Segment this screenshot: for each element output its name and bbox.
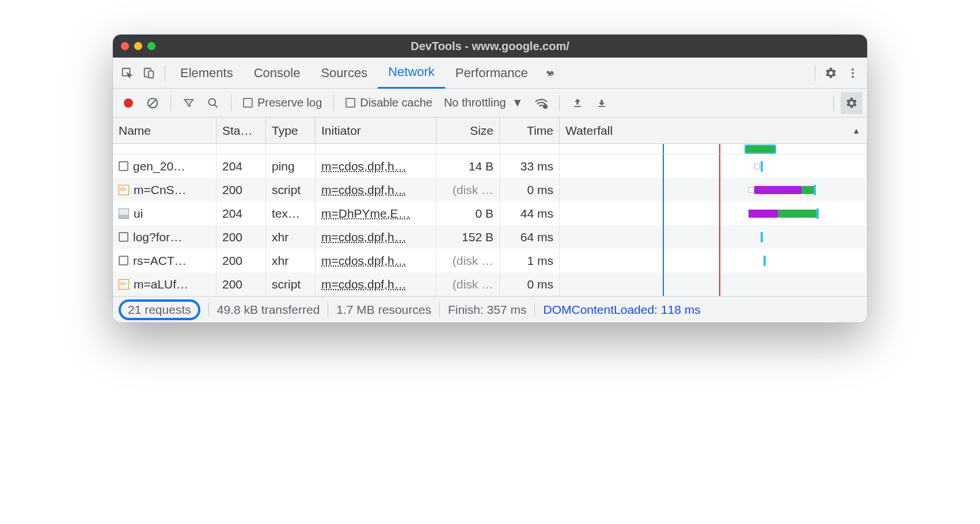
- initiator-link[interactable]: m=cdos,dpf,h…: [321, 278, 407, 291]
- request-time: 44 ms: [521, 207, 553, 221]
- svg-point-9: [209, 98, 216, 105]
- request-name: rs=ACT…: [133, 254, 187, 268]
- waterfall-cell: [565, 272, 861, 296]
- svg-line-8: [149, 99, 157, 107]
- document-file-icon: [119, 161, 128, 171]
- upload-har-icon[interactable]: [567, 92, 588, 114]
- titlebar: DevTools - www.google.com/: [113, 35, 867, 58]
- document-file-icon: [119, 256, 128, 265]
- throttling-select[interactable]: No throttling ▼: [439, 96, 528, 109]
- record-button[interactable]: [117, 92, 139, 114]
- table-row[interactable]: m=CnS…200scriptm=cdos,dpf,h…(disk …0 ms: [113, 178, 867, 202]
- document-file-icon: [119, 232, 128, 242]
- col-waterfall-label: Waterfall: [565, 124, 613, 138]
- col-waterfall[interactable]: Waterfall ▲: [560, 117, 867, 143]
- divider: [165, 65, 165, 81]
- search-icon[interactable]: [202, 92, 224, 114]
- status-code: 200: [222, 278, 242, 291]
- sort-indicator-icon: ▲: [852, 126, 860, 135]
- waterfall-cell: [565, 154, 861, 178]
- divider: [231, 95, 231, 111]
- initiator-link[interactable]: m=DhPYme,E…: [321, 207, 411, 221]
- status-code: 200: [222, 230, 242, 244]
- initiator-link[interactable]: m=cdos,dpf,h…: [321, 183, 407, 197]
- chevron-down-icon: ▼: [512, 96, 523, 109]
- request-type: xhr: [272, 230, 288, 244]
- clear-button[interactable]: [142, 92, 164, 114]
- col-name[interactable]: Name: [113, 117, 216, 143]
- tab-performance[interactable]: Performance: [445, 58, 538, 89]
- status-code: 204: [222, 160, 242, 173]
- request-size: (disk …: [453, 278, 493, 291]
- request-time: 64 ms: [521, 230, 553, 244]
- inspect-element-icon[interactable]: [116, 62, 138, 84]
- table-rows: gen_20…204pingm=cdos,dpf,h…14 B33 msm=Cn…: [113, 154, 867, 296]
- table-row[interactable]: m=aLUf…200scriptm=cdos,dpf,h…(disk …0 ms: [113, 272, 867, 296]
- filter-icon[interactable]: [178, 92, 200, 114]
- svg-rect-13: [598, 106, 605, 107]
- tab-sources[interactable]: Sources: [310, 58, 378, 89]
- request-size: (disk …: [453, 183, 493, 197]
- col-status[interactable]: Sta…: [216, 117, 266, 143]
- status-code: 200: [222, 254, 242, 268]
- request-size: 14 B: [469, 160, 493, 173]
- disable-cache-label: Disable cache: [360, 96, 432, 109]
- request-size: 0 B: [475, 207, 493, 221]
- transferred-size: 49.8 kB transferred: [217, 303, 320, 317]
- divider: [208, 302, 209, 317]
- table-row[interactable]: ui204tex…m=DhPYme,E…0 B44 ms: [113, 202, 867, 225]
- request-time: 0 ms: [527, 278, 553, 291]
- initiator-link[interactable]: m=cdos,dpf,h…: [321, 230, 407, 244]
- resources-size: 1.7 MB resources: [336, 303, 431, 317]
- waterfall-cell: [565, 249, 861, 272]
- main-tabbar: Elements Console Sources Network Perform…: [113, 58, 867, 89]
- network-table: Name Sta… Type Initiator Size Time Water…: [113, 117, 867, 296]
- divider: [534, 302, 535, 317]
- status-bar: 21 requests 49.8 kB transferred 1.7 MB r…: [113, 296, 867, 322]
- network-conditions-icon[interactable]: [530, 92, 552, 114]
- divider: [170, 95, 171, 111]
- divider: [815, 65, 815, 81]
- col-type[interactable]: Type: [266, 117, 316, 143]
- disable-cache-checkbox[interactable]: Disable cache: [341, 96, 437, 109]
- device-toolbar-icon[interactable]: [138, 62, 160, 84]
- kebab-menu-icon[interactable]: [842, 62, 864, 84]
- initiator-link[interactable]: m=cdos,dpf,h…: [321, 254, 407, 268]
- tab-elements[interactable]: Elements: [170, 58, 244, 89]
- waterfall-cell: [565, 225, 861, 249]
- table-row[interactable]: log?for…200xhrm=cdos,dpf,h…152 B64 ms: [113, 225, 867, 249]
- col-size[interactable]: Size: [436, 117, 500, 143]
- svg-point-4: [852, 72, 854, 74]
- request-time: 0 ms: [527, 183, 553, 197]
- divider: [328, 302, 328, 317]
- settings-icon[interactable]: [820, 62, 842, 84]
- table-row[interactable]: rs=ACT…200xhrm=cdos,dpf,h…(disk …1 ms: [113, 249, 867, 272]
- request-name: gen_20…: [133, 160, 185, 173]
- finish-time: Finish: 357 ms: [448, 303, 527, 317]
- initiator-link[interactable]: m=cdos,dpf,h…: [321, 160, 407, 173]
- svg-point-3: [852, 68, 854, 70]
- network-settings-icon[interactable]: [841, 92, 863, 114]
- svg-point-11: [544, 105, 547, 108]
- checkbox-icon: [345, 98, 355, 108]
- timeline-overview[interactable]: [113, 144, 867, 154]
- request-type: script: [272, 278, 301, 291]
- col-initiator[interactable]: Initiator: [316, 117, 436, 143]
- status-code: 200: [222, 183, 242, 197]
- svg-rect-12: [574, 106, 581, 107]
- download-har-icon[interactable]: [591, 92, 613, 114]
- preserve-log-checkbox[interactable]: Preserve log: [238, 96, 326, 109]
- tab-network[interactable]: Network: [378, 58, 445, 89]
- tab-console[interactable]: Console: [244, 58, 311, 89]
- request-name: m=aLUf…: [134, 278, 188, 291]
- divider: [333, 95, 334, 111]
- request-type: script: [272, 183, 301, 197]
- request-size: 152 B: [462, 230, 493, 244]
- request-name: log?for…: [133, 230, 182, 244]
- col-time[interactable]: Time: [500, 117, 560, 143]
- table-header: Name Sta… Type Initiator Size Time Water…: [113, 117, 867, 144]
- table-row[interactable]: gen_20…204pingm=cdos,dpf,h…14 B33 ms: [113, 154, 867, 178]
- more-tabs-icon[interactable]: »: [538, 62, 560, 84]
- network-toolbar: Preserve log Disable cache No throttling…: [113, 89, 867, 117]
- checkbox-icon: [243, 98, 253, 108]
